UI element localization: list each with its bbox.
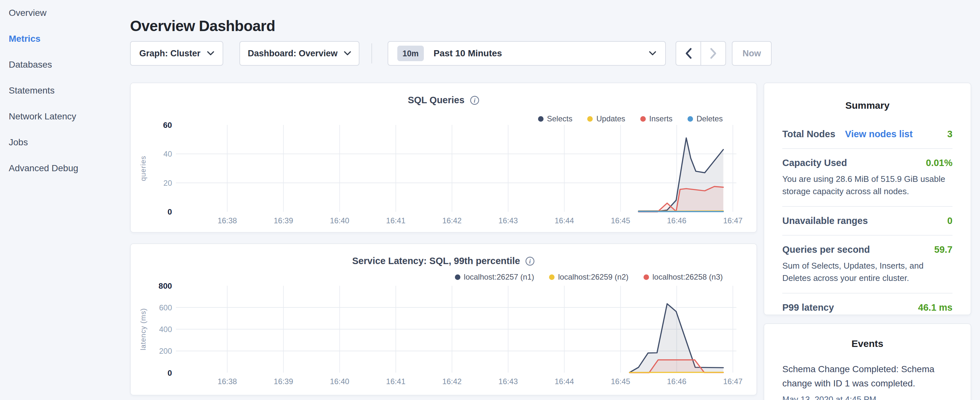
sidebar-item-network-latency[interactable]: Network Latency bbox=[0, 104, 130, 129]
x-tick-label: 16:44 bbox=[555, 377, 574, 386]
x-tick-label: 16:40 bbox=[330, 377, 349, 386]
sidebar-item-advanced-debug[interactable]: Advanced Debug bbox=[0, 155, 130, 181]
y-axis-label: queries bbox=[139, 156, 147, 181]
x-tick-label: 16:47 bbox=[723, 377, 743, 386]
summary-row-value: 46.1 ms bbox=[918, 302, 953, 313]
graph-dropdown-label: Graph: Cluster bbox=[139, 49, 200, 59]
x-tick-label: 16:46 bbox=[667, 377, 687, 386]
x-tick-label: 16:43 bbox=[499, 216, 518, 225]
summary-row-description: Sum of Selects, Updates, Inserts, and De… bbox=[782, 260, 953, 284]
y-tick-label: 0 bbox=[168, 368, 172, 377]
latency-card: Service Latency: SQL, 99th percentile i … bbox=[130, 243, 757, 395]
events-title: Events bbox=[764, 338, 970, 349]
sidebar-item-overview[interactable]: Overview bbox=[0, 0, 130, 26]
summary-title: Summary bbox=[764, 100, 970, 111]
x-tick-label: 16:45 bbox=[611, 377, 630, 386]
summary-row-label: Total Nodes bbox=[782, 129, 835, 139]
y-axis-label: latency (ms) bbox=[139, 308, 147, 351]
x-tick-label: 16:44 bbox=[555, 216, 574, 225]
summary-row-label: Queries per second bbox=[782, 244, 870, 255]
event-timestamp: May 13, 2020 at 4:45 PM bbox=[782, 395, 953, 400]
y-tick-label: 0 bbox=[168, 207, 172, 217]
x-tick-label: 16:38 bbox=[217, 377, 237, 386]
controls-divider bbox=[371, 43, 372, 64]
x-tick-label: 16:43 bbox=[499, 377, 518, 386]
chevron-down-icon bbox=[344, 51, 351, 56]
y-tick-label: 20 bbox=[163, 178, 172, 187]
page-title: Overview Dashboard bbox=[130, 17, 275, 35]
y-tick-label: 60 bbox=[163, 120, 172, 129]
sql-queries-card: SQL Queries i SelectsUpdatesInsertsDelet… bbox=[130, 83, 757, 233]
y-tick-label: 400 bbox=[159, 325, 172, 334]
latency-chart[interactable]: 16:3816:3916:4016:4116:4216:4316:4416:45… bbox=[131, 244, 756, 395]
x-tick-label: 16:41 bbox=[386, 216, 406, 225]
event-text: Schema Change Completed: Schema change w… bbox=[782, 362, 953, 390]
summary-row: Total NodesView nodes list3 bbox=[782, 120, 953, 148]
chevron-down-icon bbox=[207, 51, 214, 56]
next-time-button[interactable] bbox=[700, 42, 725, 65]
now-button[interactable]: Now bbox=[732, 41, 772, 66]
sidebar-item-jobs[interactable]: Jobs bbox=[0, 129, 130, 155]
chevron-left-icon bbox=[685, 47, 692, 59]
summary-rows: Total NodesView nodes list3Capacity Used… bbox=[764, 120, 970, 322]
summary-card: Summary Total NodesView nodes list3Capac… bbox=[764, 83, 971, 315]
summary-row-value: 59.7 bbox=[934, 244, 953, 255]
event-item[interactable]: Schema Change Completed: Schema change w… bbox=[764, 362, 970, 400]
prev-time-button[interactable] bbox=[676, 42, 700, 65]
graph-dropdown[interactable]: Graph: Cluster bbox=[130, 41, 223, 66]
time-window-badge: 10m bbox=[397, 46, 424, 61]
time-range-dropdown[interactable]: 10m Past 10 Minutes bbox=[388, 41, 666, 66]
summary-row-label: P99 latency bbox=[782, 302, 834, 313]
y-tick-label: 40 bbox=[163, 150, 172, 158]
sidebar-item-statements[interactable]: Statements bbox=[0, 78, 130, 104]
y-tick-label: 800 bbox=[159, 281, 172, 290]
summary-row-label: Unavailable ranges bbox=[782, 215, 868, 226]
summary-row: Queries per second59.7Sum of Selects, Up… bbox=[782, 235, 953, 293]
chevron-down-icon bbox=[649, 51, 656, 56]
x-tick-label: 16:38 bbox=[217, 216, 237, 225]
y-tick-label: 600 bbox=[159, 303, 172, 312]
time-step-buttons bbox=[676, 41, 726, 66]
nodes-list-link[interactable]: View nodes list bbox=[845, 129, 913, 139]
x-tick-label: 16:39 bbox=[274, 216, 293, 225]
sql-queries-chart[interactable]: 16:3816:3916:4016:4116:4216:4316:4416:45… bbox=[131, 83, 756, 232]
x-tick-label: 16:45 bbox=[611, 216, 630, 225]
sidebar-item-metrics[interactable]: Metrics bbox=[0, 26, 130, 52]
x-tick-label: 16:41 bbox=[386, 377, 406, 386]
x-tick-label: 16:39 bbox=[274, 377, 293, 386]
dashboard-dropdown[interactable]: Dashboard: Overview bbox=[239, 41, 360, 66]
summary-row-value: 0.01% bbox=[926, 158, 953, 168]
summary-row: P99 latency46.1 ms bbox=[782, 293, 953, 322]
dashboard-dropdown-label: Dashboard: Overview bbox=[248, 49, 338, 59]
sidebar-item-databases[interactable]: Databases bbox=[0, 52, 130, 78]
x-tick-label: 16:42 bbox=[442, 216, 462, 225]
time-range-label: Past 10 Minutes bbox=[434, 48, 502, 59]
events-card: Events Schema Change Completed: Schema c… bbox=[764, 323, 971, 400]
x-tick-label: 16:46 bbox=[667, 216, 687, 225]
x-tick-label: 16:40 bbox=[330, 216, 349, 225]
summary-row-label: Capacity Used bbox=[782, 158, 847, 168]
summary-row: Capacity Used0.01%You are using 28.6 MiB… bbox=[782, 148, 953, 206]
summary-row-value: 3 bbox=[947, 129, 953, 139]
controls-bar: Graph: Cluster Dashboard: Overview 10m P… bbox=[130, 41, 772, 66]
x-tick-label: 16:47 bbox=[723, 216, 743, 225]
summary-row: Unavailable ranges0 bbox=[782, 206, 953, 235]
summary-row-description: You are using 28.6 MiB of 515.9 GiB usab… bbox=[782, 173, 953, 198]
series-area-inserts bbox=[638, 186, 723, 212]
chevron-right-icon bbox=[710, 47, 717, 59]
x-tick-label: 16:42 bbox=[442, 377, 462, 386]
summary-row-value: 0 bbox=[947, 215, 953, 226]
y-tick-label: 200 bbox=[159, 347, 172, 355]
sidebar-nav: OverviewMetricsDatabasesStatementsNetwor… bbox=[0, 0, 130, 181]
